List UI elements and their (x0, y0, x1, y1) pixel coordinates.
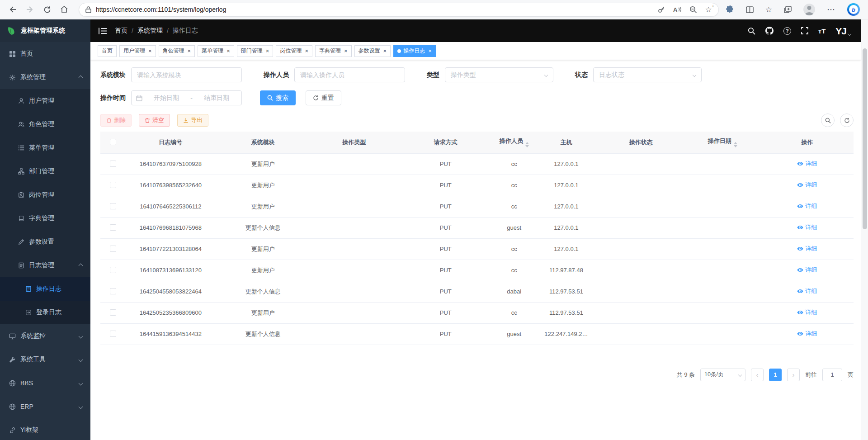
tab-oper-log[interactable]: 操作日志× (393, 45, 436, 57)
tab-user-mgmt[interactable]: 用户管理× (119, 45, 156, 57)
breadcrumb-home[interactable]: 首页 (115, 27, 127, 35)
close-icon[interactable]: × (188, 48, 191, 54)
app-logo[interactable]: 意框架管理系统 (0, 19, 90, 42)
detail-link[interactable]: 详细 (797, 266, 817, 274)
prev-page-button[interactable]: ‹ (751, 369, 764, 381)
sidebar-item-home[interactable]: 首页 (0, 42, 90, 66)
collections-icon[interactable] (784, 6, 792, 13)
sort-icon[interactable] (734, 142, 737, 147)
tab-post-mgmt[interactable]: 岗位管理× (276, 45, 312, 57)
close-icon[interactable]: × (148, 48, 152, 54)
close-icon[interactable]: × (226, 48, 230, 54)
next-page-button[interactable]: › (787, 369, 800, 381)
page-1-button[interactable]: 1 (769, 369, 782, 381)
detail-link[interactable]: 详细 (797, 160, 817, 168)
sidebar-item-menu-mgmt[interactable]: 菜单管理 (0, 136, 90, 160)
add-favorite-icon[interactable]: ☆+ (705, 6, 712, 14)
help-icon[interactable]: ? (783, 27, 791, 35)
sort-icon[interactable] (525, 142, 529, 147)
date-range-picker[interactable]: 开始日期 - 结束日期 (131, 90, 242, 105)
page-scrollbar[interactable] (861, 19, 868, 440)
sidebar-item-yi-framework[interactable]: Yi框架 (0, 418, 90, 440)
tab-menu-mgmt[interactable]: 菜单管理× (198, 45, 234, 57)
sidebar-item-login-log[interactable]: 登录日志 (0, 301, 90, 324)
sidebar-item-user-mgmt[interactable]: 用户管理 (0, 89, 90, 113)
sidebar-item-system-mgmt[interactable]: 系统管理 (0, 66, 90, 89)
password-key-icon[interactable] (658, 6, 665, 13)
detail-link[interactable]: 详细 (797, 223, 817, 232)
sidebar-item-dept-mgmt[interactable]: 部门管理 (0, 160, 90, 183)
operator-input[interactable] (294, 67, 405, 82)
row-checkbox[interactable] (110, 161, 116, 167)
type-select[interactable]: 操作类型 (445, 67, 553, 82)
tab-role-mgmt[interactable]: 角色管理× (159, 45, 195, 57)
row-checkbox[interactable] (110, 224, 116, 231)
row-checkbox[interactable] (110, 309, 116, 316)
favorites-icon[interactable]: ☆ (765, 6, 772, 14)
row-checkbox[interactable] (110, 182, 116, 188)
search-button[interactable]: 搜索 (260, 90, 296, 105)
refresh-table-button[interactable] (840, 114, 854, 127)
back-icon[interactable] (5, 3, 20, 16)
sidebar-item-role-mgmt[interactable]: 角色管理 (0, 113, 90, 136)
close-icon[interactable]: × (383, 48, 387, 54)
extensions-icon[interactable] (726, 5, 734, 14)
zoom-out-icon[interactable] (689, 6, 697, 14)
reset-button[interactable]: 重置 (306, 90, 341, 105)
row-checkbox[interactable] (110, 203, 116, 209)
copilot-bing-icon[interactable]: b (847, 3, 860, 16)
more-menu-icon[interactable]: ⋯ (827, 5, 835, 14)
row-checkbox[interactable] (110, 331, 116, 337)
fullscreen-icon[interactable] (801, 27, 808, 34)
tab-home[interactable]: 首页 (98, 45, 117, 57)
read-aloud-icon[interactable]: A (673, 6, 681, 13)
module-input[interactable] (131, 67, 242, 82)
sidebar-item-post-mgmt[interactable]: 岗位管理 (0, 183, 90, 207)
row-checkbox[interactable] (110, 246, 116, 252)
github-icon[interactable] (765, 27, 774, 35)
export-button[interactable]: 导出 (177, 114, 208, 127)
address-bar[interactable]: https://ccnetcore.com:1101/system/log/op… (79, 3, 719, 17)
close-icon[interactable]: × (428, 48, 432, 54)
tab-param-settings[interactable]: 参数设置× (354, 45, 391, 57)
clear-button[interactable]: 清空 (139, 114, 170, 127)
header-operator[interactable]: 操作人员 (493, 132, 535, 153)
row-checkbox[interactable] (110, 288, 116, 294)
detail-link[interactable]: 详细 (797, 287, 817, 295)
sidebar-item-dict-mgmt[interactable]: 字典管理 (0, 207, 90, 230)
detail-link[interactable]: 详细 (797, 202, 817, 210)
search-toggle-button[interactable] (821, 114, 835, 127)
profile-avatar[interactable] (803, 4, 815, 15)
url-text[interactable]: https://ccnetcore.com:1101/system/log/op… (96, 6, 653, 13)
split-screen-icon[interactable] (746, 6, 754, 13)
close-icon[interactable]: × (266, 48, 269, 54)
user-avatar-logo[interactable]: YJ (835, 26, 851, 36)
select-all-checkbox[interactable] (110, 139, 116, 145)
sidebar-item-erp[interactable]: ERP (0, 395, 90, 418)
row-checkbox[interactable] (110, 267, 116, 273)
tab-dept-mgmt[interactable]: 部门管理× (237, 45, 274, 57)
status-select[interactable]: 日志状态 (593, 67, 702, 82)
scrollbar-thumb[interactable] (863, 48, 867, 229)
sidebar-item-bbs[interactable]: BBS (0, 371, 90, 395)
close-icon[interactable]: × (344, 48, 348, 54)
refresh-icon[interactable] (40, 3, 54, 16)
breadcrumb-system-mgmt[interactable]: 系统管理 (137, 27, 163, 35)
header-date[interactable]: 操作日期 (684, 132, 760, 153)
sidebar-fold-icon[interactable] (99, 28, 107, 34)
detail-link[interactable]: 详细 (797, 330, 817, 338)
tab-dict-mgmt[interactable]: 字典管理× (315, 45, 352, 57)
sidebar-item-param-settings[interactable]: 参数设置 (0, 230, 90, 254)
delete-button[interactable]: 删除 (100, 114, 132, 127)
font-size-icon[interactable]: тT (818, 27, 826, 35)
sidebar-item-sys-monitor[interactable]: 系统监控 (0, 324, 90, 348)
search-icon[interactable] (748, 27, 755, 35)
goto-page-input[interactable] (822, 369, 842, 381)
sidebar-item-sys-tools[interactable]: 系统工具 (0, 348, 90, 371)
detail-link[interactable]: 详细 (797, 245, 817, 253)
page-size-select[interactable]: 10条/页 (700, 369, 745, 381)
sidebar-item-log-mgmt[interactable]: 日志管理 (0, 254, 90, 277)
detail-link[interactable]: 详细 (797, 181, 817, 189)
home-icon[interactable] (57, 3, 71, 16)
sidebar-item-oper-log[interactable]: 操作日志 (0, 277, 90, 301)
